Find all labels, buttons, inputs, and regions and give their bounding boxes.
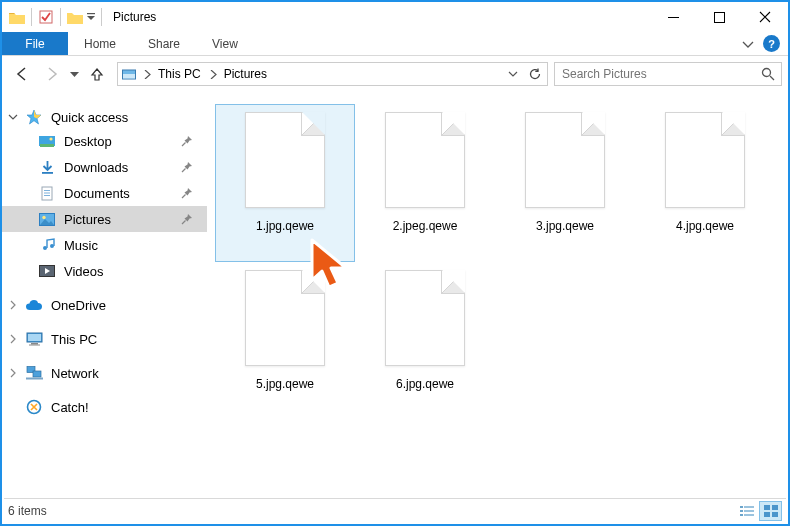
file-view[interactable]: 1.jpg.qewe2.jpeg.qewe3.jpg.qewe4.jpg.qew…: [207, 92, 788, 502]
svg-rect-3: [714, 12, 724, 22]
svg-rect-19: [28, 334, 41, 341]
tab-home[interactable]: Home: [68, 32, 132, 55]
separator: [60, 8, 61, 26]
file-name: 2.jpeg.qewe: [393, 219, 458, 233]
file-name: 5.jpg.qewe: [256, 377, 314, 391]
forward-button[interactable]: [38, 60, 66, 88]
sidebar-this-pc[interactable]: This PC: [2, 328, 207, 350]
svg-rect-14: [44, 195, 50, 196]
file-icon: [385, 112, 465, 208]
properties-icon[interactable]: [38, 9, 54, 25]
monitor-icon: [25, 331, 43, 347]
nav-bar: This PC Pictures: [2, 56, 788, 92]
svg-rect-28: [740, 510, 743, 512]
sidebar-item-music[interactable]: Music: [2, 232, 207, 258]
sidebar-item-label: Downloads: [64, 160, 128, 175]
tab-share[interactable]: Share: [132, 32, 196, 55]
svg-rect-20: [31, 343, 38, 345]
details-view-button[interactable]: [735, 501, 758, 521]
svg-rect-26: [740, 506, 743, 508]
file-icon: [245, 270, 325, 366]
maximize-button[interactable]: [696, 2, 742, 32]
sidebar-item-pictures[interactable]: Pictures: [2, 206, 207, 232]
close-button[interactable]: [742, 2, 788, 32]
ribbon-expand-icon[interactable]: [737, 33, 759, 55]
navigation-pane: Quick access DesktopDownloadsDocumentsPi…: [2, 92, 207, 502]
address-dropdown-icon[interactable]: [503, 69, 523, 79]
svg-rect-5: [123, 74, 135, 79]
qat-dropdown-icon[interactable]: [86, 7, 95, 27]
sidebar-item-label: Desktop: [64, 134, 112, 149]
svg-rect-34: [764, 512, 770, 517]
chevron-right-icon: [8, 300, 22, 310]
svg-rect-1: [87, 13, 95, 14]
file-name: 1.jpg.qewe: [256, 219, 314, 233]
sidebar-onedrive[interactable]: OneDrive: [2, 294, 207, 316]
separator: [31, 8, 32, 26]
search-icon[interactable]: [755, 67, 781, 81]
sidebar-network[interactable]: Network: [2, 362, 207, 384]
breadcrumb-segment[interactable]: Pictures: [221, 67, 272, 81]
chevron-right-icon: [8, 368, 22, 378]
downloads-icon: [38, 159, 56, 175]
chevron-down-icon: [8, 112, 22, 122]
file-icon: [665, 112, 745, 208]
svg-rect-33: [772, 505, 778, 510]
file-item[interactable]: 5.jpg.qewe: [215, 262, 355, 420]
search-input[interactable]: [555, 67, 755, 81]
folder-icon: [9, 9, 25, 25]
item-count: 6 items: [8, 504, 47, 518]
documents-icon: [38, 185, 56, 201]
sidebar-label: Quick access: [51, 110, 128, 125]
network-icon: [25, 365, 43, 381]
file-item[interactable]: 4.jpg.qewe: [635, 104, 775, 262]
file-item[interactable]: 3.jpg.qewe: [495, 104, 635, 262]
sidebar-item-documents[interactable]: Documents: [2, 180, 207, 206]
svg-rect-12: [44, 190, 50, 191]
sidebar-label: This PC: [51, 332, 97, 347]
sidebar-catch[interactable]: Catch!: [2, 396, 207, 418]
chevron-right-icon[interactable]: [206, 70, 221, 79]
star-icon: [25, 109, 43, 125]
recent-dropdown-icon[interactable]: [68, 60, 81, 88]
sidebar-item-videos[interactable]: Videos: [2, 258, 207, 284]
breadcrumb-segment[interactable]: This PC: [155, 67, 206, 81]
sidebar-label: Catch!: [51, 400, 89, 415]
sidebar-quick-access[interactable]: Quick access: [2, 106, 207, 128]
search-box[interactable]: [554, 62, 782, 86]
file-name: 6.jpg.qewe: [396, 377, 454, 391]
file-icon: [525, 112, 605, 208]
videos-icon: [38, 263, 56, 279]
minimize-button[interactable]: [650, 2, 696, 32]
up-button[interactable]: [83, 60, 111, 88]
back-button[interactable]: [8, 60, 36, 88]
sidebar-item-label: Pictures: [64, 212, 111, 227]
tab-view[interactable]: View: [196, 32, 254, 55]
file-item[interactable]: 1.jpg.qewe: [215, 104, 355, 262]
sidebar-item-downloads[interactable]: Downloads: [2, 154, 207, 180]
location-icon: [118, 68, 140, 81]
svg-rect-35: [772, 512, 778, 517]
pin-icon: [181, 135, 193, 147]
separator: [101, 8, 102, 26]
address-bar[interactable]: This PC Pictures: [117, 62, 548, 86]
file-item[interactable]: 2.jpeg.qewe: [355, 104, 495, 262]
svg-rect-31: [744, 514, 754, 516]
cloud-icon: [25, 297, 43, 313]
pin-icon: [181, 161, 193, 173]
sidebar-item-desktop[interactable]: Desktop: [2, 128, 207, 154]
chevron-right-icon[interactable]: [140, 70, 155, 79]
help-icon[interactable]: ?: [763, 35, 780, 52]
svg-rect-10: [42, 172, 53, 174]
large-icons-view-button[interactable]: [759, 501, 782, 521]
desktop-icon: [38, 133, 56, 149]
refresh-icon[interactable]: [523, 67, 547, 81]
sidebar-item-label: Music: [64, 238, 98, 253]
ribbon-tabs: File Home Share View ?: [2, 32, 788, 56]
svg-rect-8: [40, 144, 54, 147]
file-tab[interactable]: File: [2, 32, 68, 55]
folder-small-icon[interactable]: [67, 9, 83, 25]
sidebar-label: OneDrive: [51, 298, 106, 313]
file-item[interactable]: 6.jpg.qewe: [355, 262, 495, 420]
svg-point-16: [42, 215, 45, 218]
